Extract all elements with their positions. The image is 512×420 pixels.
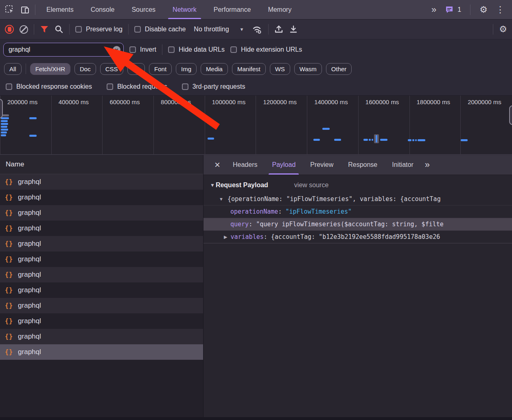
record-network-log-button[interactable] (5, 25, 14, 34)
throttling-value: No throttling (194, 26, 229, 33)
filter-chip-all[interactable]: All (4, 63, 22, 75)
filter-chip-css[interactable]: CSS (100, 63, 123, 75)
json-icon: {} (5, 287, 13, 294)
issues-counter[interactable]: 1 (445, 6, 461, 14)
expand-triangle-icon[interactable]: ▶ (224, 234, 227, 240)
filter-chip-fetch-xhr[interactable]: Fetch/XHR (30, 63, 70, 75)
name-column-header[interactable]: Name (0, 155, 203, 174)
collapse-triangle-icon[interactable]: ▼ (210, 182, 215, 188)
hide-data-urls-checkbox[interactable]: Hide data URLs (168, 46, 225, 53)
divider (493, 24, 493, 35)
network-request-row[interactable]: {}graphql (0, 221, 203, 236)
device-toolbar-icon[interactable] (20, 5, 30, 15)
network-request-row[interactable]: {}graphql (0, 190, 203, 205)
kebab-menu-icon[interactable]: ⋮ (494, 4, 506, 15)
network-request-row[interactable]: {}graphql (0, 205, 203, 221)
request-waterfall-bar (208, 138, 214, 140)
network-request-row[interactable]: {}graphql (0, 329, 203, 344)
timeline-ticks: 200000 ms400000 ms600000 ms800000 ms1000… (0, 96, 512, 154)
settings-gear-icon[interactable]: ⚙ (479, 5, 488, 14)
inspect-element-icon[interactable] (5, 5, 15, 15)
network-conditions-icon[interactable] (252, 25, 263, 34)
checkbox[interactable] (182, 83, 188, 90)
tab-memory[interactable]: Memory (259, 0, 300, 19)
json-icon: {} (5, 333, 13, 340)
filter-input[interactable] (3, 43, 124, 57)
hide-extension-urls-checkbox[interactable]: Hide extension URLs (230, 46, 302, 53)
network-request-row[interactable]: {}graphql (0, 298, 203, 313)
filter-chip-doc[interactable]: Doc (74, 63, 96, 75)
close-details-icon[interactable]: × (209, 155, 225, 175)
details-tab-headers[interactable]: Headers (225, 155, 265, 175)
filter-chip-font[interactable]: Font (149, 63, 172, 75)
tab-elements[interactable]: Elements (38, 0, 82, 19)
network-request-row[interactable]: {}graphql (0, 252, 203, 267)
payload-variables-row[interactable]: ▶ variables: {accountTag: "b12e3b2192ee5… (203, 231, 512, 243)
more-details-tabs-icon[interactable]: » (421, 155, 433, 175)
clear-network-log-button[interactable] (20, 25, 28, 34)
checkbox[interactable] (134, 26, 141, 33)
checkbox[interactable] (129, 46, 136, 53)
network-request-row[interactable]: {}graphql (0, 267, 203, 282)
blocked-requests-checkbox[interactable]: Blocked requests (107, 83, 167, 90)
tab-console[interactable]: Console (82, 0, 123, 19)
details-tab-initiator[interactable]: Initiator (385, 155, 420, 175)
import-har-icon[interactable] (274, 25, 283, 34)
network-settings-gear-icon[interactable]: ⚙ (499, 25, 507, 34)
request-waterfall-bar (2, 114, 9, 116)
payload-operation-name-row[interactable]: operationName: "ipFlowTimeseries" (203, 206, 512, 218)
filter-chip-manifest[interactable]: Manifest (232, 63, 266, 75)
filter-chip-media[interactable]: Media (201, 63, 228, 75)
3rd-party-requests-checkbox[interactable]: 3rd-party requests (182, 83, 245, 90)
filter-chip-js[interactable]: JS (127, 63, 145, 75)
checkbox[interactable] (75, 26, 82, 33)
filter-chip-wasm[interactable]: Wasm (294, 63, 322, 75)
payload-query-row[interactable]: query: "query ipFlowTimeseries($accountT… (203, 218, 512, 231)
export-har-icon[interactable] (289, 25, 298, 34)
hide-data-urls-label: Hide data URLs (179, 46, 225, 53)
details-tab-payload[interactable]: Payload (265, 155, 303, 175)
checkbox[interactable] (230, 46, 237, 53)
tab-sources[interactable]: Sources (123, 0, 164, 19)
disable-cache-checkbox[interactable]: Disable cache (134, 26, 186, 33)
filter-chip-ws[interactable]: WS (270, 63, 290, 75)
invert-label: Invert (140, 46, 156, 53)
network-request-row[interactable]: {}graphql (0, 313, 203, 329)
preserve-log-checkbox[interactable]: Preserve log (75, 26, 123, 33)
network-toolbar: Preserve log Disable cache No throttling… (0, 20, 512, 39)
json-icon: {} (5, 240, 13, 247)
timeline-tick: 1000000 ms (205, 96, 256, 154)
tab-performance[interactable]: Performance (205, 0, 260, 19)
blocked-filters-row: Blocked response cookiesBlocked requests… (0, 78, 512, 95)
timeline-tick: 600000 ms (102, 96, 153, 154)
network-request-row[interactable]: {}graphql (0, 236, 203, 252)
filter-chip-other[interactable]: Other (326, 63, 352, 75)
expand-triangle-icon[interactable]: ▼ (219, 197, 223, 201)
request-waterfall-bar (369, 139, 371, 141)
network-overview-timeline[interactable]: 200000 ms400000 ms600000 ms800000 ms1000… (0, 95, 512, 155)
checkbox[interactable] (6, 83, 12, 90)
network-request-row[interactable]: {}graphql (0, 282, 203, 298)
clear-filter-icon[interactable]: × (113, 46, 120, 54)
request-waterfall-bar (322, 128, 330, 130)
checkbox[interactable] (168, 46, 175, 53)
overview-grippy-left[interactable] (0, 99, 3, 118)
network-request-row[interactable]: {}graphql (0, 344, 203, 360)
blocked-response-cookies-checkbox[interactable]: Blocked response cookies (6, 83, 92, 90)
more-tabs-icon[interactable]: » (428, 4, 439, 15)
overview-grippy-right[interactable] (509, 105, 512, 125)
issues-count: 1 (457, 6, 461, 13)
details-tab-preview[interactable]: Preview (303, 155, 341, 175)
invert-checkbox[interactable]: Invert (129, 46, 156, 53)
tab-network[interactable]: Network (164, 0, 205, 19)
filter-chip-img[interactable]: Img (176, 63, 197, 75)
throttling-dropdown[interactable]: No throttling ▼ (191, 26, 246, 33)
json-icon: {} (5, 178, 13, 186)
view-source-link[interactable]: view source (294, 182, 328, 189)
filter-funnel-icon[interactable] (40, 25, 49, 33)
checkbox[interactable] (107, 83, 113, 90)
network-request-row[interactable]: {}graphql (0, 174, 203, 190)
details-tab-response[interactable]: Response (341, 155, 385, 175)
payload-root-row[interactable]: ▼ {operationName: "ipFlowTimeseries", va… (203, 193, 512, 206)
search-icon[interactable] (55, 25, 63, 34)
